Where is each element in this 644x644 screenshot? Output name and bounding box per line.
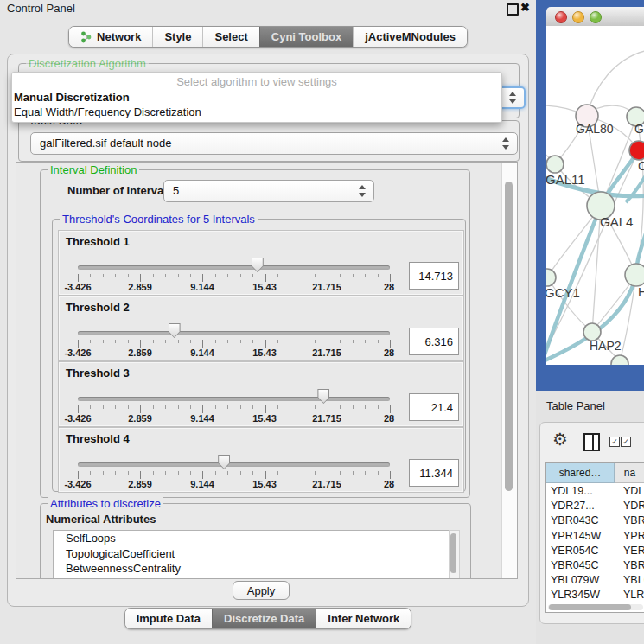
scrollbar-thumb[interactable] <box>549 604 631 610</box>
network-node-hap2[interactable] <box>583 323 601 341</box>
tab-select[interactable]: Select <box>202 27 258 47</box>
table-row[interactable]: YBR043CYBR0 <box>546 513 644 528</box>
network-node-h[interactable] <box>625 264 644 286</box>
tab-jactivemnodules[interactable]: jActiveMNodules <box>353 27 467 47</box>
tab-infer-network[interactable]: Infer Network <box>316 609 411 628</box>
tab-impute-data[interactable]: Impute Data <box>125 609 212 628</box>
number-of-intervals-label: Number of Intervals <box>67 184 173 197</box>
slider-thumb[interactable] <box>252 258 264 272</box>
tab-cyni-toolbox[interactable]: Cyni Toolbox <box>259 27 353 47</box>
list-item[interactable]: BetweennessCentrality <box>54 561 449 577</box>
tick-label: -3.426 <box>64 282 91 292</box>
threshold-value-field[interactable] <box>409 328 459 355</box>
thresholds-group-label: Threshold's Coordinates for 5 Intervals <box>60 213 258 226</box>
tick-label: 9.144 <box>190 348 214 358</box>
close-traffic-light-icon[interactable] <box>555 11 567 23</box>
threshold-label: Threshold 4 <box>66 432 130 445</box>
table-row[interactable]: YDL19...YDL1 <box>546 484 644 499</box>
table-row[interactable]: YPR145WYPR1 <box>546 529 644 544</box>
checkbox-icon[interactable]: ✓ <box>609 437 620 447</box>
table-row[interactable]: YBL079WYBL0 <box>546 573 644 588</box>
popup-option-equal-width-frequency[interactable]: Equal Width/Frequency Discretization <box>14 105 201 118</box>
tick-label: 15.43 <box>252 282 277 292</box>
list-item[interactable]: SelfLoops <box>54 531 449 546</box>
tick-label: 2.859 <box>128 348 152 358</box>
columns-icon[interactable] <box>583 433 600 451</box>
combo-stepper-icon <box>508 92 516 104</box>
column-header-shared-name[interactable]: shared… <box>546 463 615 483</box>
table-header-row: shared… na <box>546 463 644 483</box>
threshold-value-field[interactable] <box>409 262 459 290</box>
tick-label: 28 <box>384 413 394 424</box>
popup-option-manual-discretization[interactable]: Manual Discretization <box>14 91 130 104</box>
table-row[interactable]: YER054CYER0 <box>546 544 644 558</box>
apply-button[interactable]: Apply <box>233 581 290 600</box>
network-node-gal11[interactable] <box>546 156 564 173</box>
table-row[interactable]: YDR27...YDR2 <box>546 499 644 513</box>
right-panel: GAL80 GA C GAL11 GAL4 GCY1 H HAP2 Table … <box>536 0 644 644</box>
slider-thumb[interactable] <box>169 323 181 338</box>
tick-label: 21.715 <box>312 348 341 358</box>
tick-label: 21.715 <box>312 413 341 424</box>
threshold-value-field[interactable] <box>409 459 459 487</box>
slider-track[interactable] <box>78 397 390 401</box>
node-label: C <box>638 159 644 173</box>
minimize-traffic-light-icon[interactable] <box>572 11 584 23</box>
tick-label: 9.144 <box>190 413 214 424</box>
tab-network[interactable]: Network <box>69 27 152 47</box>
attributes-list-scrollbar[interactable] <box>449 530 460 579</box>
table-row[interactable]: YBR045CYBR0 <box>546 558 644 573</box>
node-label: GCY1 <box>546 285 580 300</box>
tick-label: 28 <box>384 348 394 358</box>
node-label: GAL80 <box>576 122 614 136</box>
network-window-titlebar[interactable] <box>546 7 644 27</box>
node-label: GAL11 <box>546 172 585 187</box>
table-row[interactable]: YIL052CYIL0 <box>546 603 644 604</box>
network-canvas[interactable]: GAL80 GA C GAL11 GAL4 GCY1 H HAP2 <box>546 26 644 365</box>
checkbox-icon[interactable]: ✓ <box>621 437 631 447</box>
tick-label: 15.43 <box>252 348 277 358</box>
table-horizontal-scrollbar[interactable] <box>548 604 643 610</box>
tick-label: 2.859 <box>128 282 152 292</box>
slider-track[interactable] <box>78 265 390 270</box>
slider-track[interactable] <box>78 462 390 467</box>
top-tab-bar: Network Style Select Cyni Toolbox jActiv… <box>0 26 536 48</box>
list-item[interactable]: TopologicalCoefficient <box>54 546 449 562</box>
settings-vertical-scrollbar[interactable] <box>501 163 517 578</box>
cyni-toolbox-panel: Discretization Algorithm Select algorith… <box>7 54 529 607</box>
threshold-label: Threshold 2 <box>66 301 130 314</box>
tick-label: -3.426 <box>64 479 91 489</box>
bottom-tab-bar: Impute Data Discretize Data Infer Networ… <box>0 608 536 629</box>
table-data-combobox[interactable]: galFiltered.sif default node <box>30 132 518 155</box>
table-row[interactable]: YLR345WYLR3 <box>546 588 644 603</box>
combo-stepper-icon <box>358 185 366 197</box>
numerical-attributes-list[interactable]: SelfLoops TopologicalCoefficient Between… <box>53 530 450 579</box>
slider-track[interactable] <box>78 331 390 335</box>
threshold-value-field[interactable] <box>409 393 459 421</box>
interval-definition-group: Interval Definition Number of Intervals … <box>40 169 470 498</box>
slider-ticks <box>78 471 391 480</box>
tab-discretize-data[interactable]: Discretize Data <box>212 609 316 628</box>
network-node-corner[interactable] <box>611 355 628 365</box>
network-node-gcy1[interactable] <box>546 269 556 286</box>
threshold-3-panel: Threshold 3 -3.426 2.859 9.144 15.43 21.… <box>58 361 464 427</box>
float-window-icon[interactable] <box>507 3 519 16</box>
scrollbar-thumb[interactable] <box>505 182 513 491</box>
slider-thumb[interactable] <box>218 455 230 469</box>
numerical-attributes-label: Numerical Attributes <box>46 513 156 526</box>
node-table: shared… na YDL19...YDL1 YDR27...YDR2 YBR… <box>545 462 644 613</box>
algorithm-popup: Select algorithm to view settings Manual… <box>11 72 502 123</box>
network-node-red[interactable] <box>629 141 644 160</box>
tab-style[interactable]: Style <box>152 27 202 47</box>
tab-label: Network <box>97 30 141 43</box>
number-of-intervals-combobox[interactable]: 5 <box>163 180 374 202</box>
attributes-group: Attributes to discretize Numerical Attri… <box>40 503 471 579</box>
close-icon[interactable]: ✖ <box>520 1 530 14</box>
zoom-traffic-light-icon[interactable] <box>590 11 602 23</box>
gear-icon[interactable]: ⚙ <box>552 429 568 450</box>
slider-thumb[interactable] <box>317 389 329 404</box>
node-label: GA <box>634 122 644 136</box>
interval-definition-label: Interval Definition <box>48 163 139 176</box>
table-data-group: Table Data galFiltered.sif default node <box>18 120 520 162</box>
column-header-name[interactable]: na <box>615 463 644 483</box>
